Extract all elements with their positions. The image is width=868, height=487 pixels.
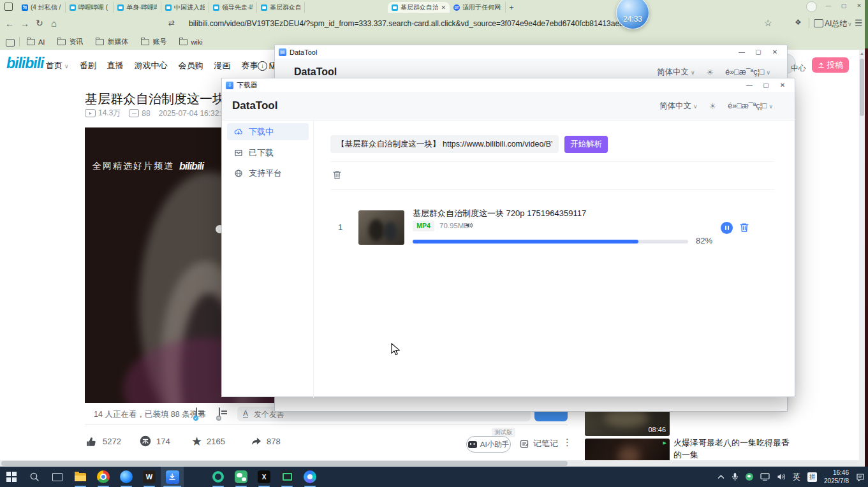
danmaku-toggle-icon[interactable]: ✓ — [196, 407, 197, 419]
bookmark-folder[interactable]: AI — [27, 38, 45, 46]
ime-indicator[interactable]: 拼 — [807, 472, 817, 482]
minimize-icon[interactable]: — — [733, 48, 750, 55]
audio-icon[interactable] — [465, 221, 473, 229]
browser-tab[interactable]: DT 适用于任何网站的快速 — [450, 2, 506, 13]
datatool-taskbar-button[interactable] — [161, 467, 184, 487]
ai-assistant-button[interactable]: AI小助手 — [466, 436, 511, 453]
bookmark-folder[interactable]: 新媒体 — [96, 37, 128, 47]
browser-close-icon[interactable]: ✕ — [852, 3, 866, 9]
nav-partial-center[interactable]: 中心 — [791, 63, 806, 74]
notification-center-icon[interactable] — [856, 473, 865, 481]
nav-item[interactable]: 直播 — [107, 60, 124, 71]
coin-button[interactable]: 174 — [139, 435, 191, 447]
close-icon[interactable]: ✕ — [774, 82, 791, 89]
language-select[interactable]: 简体中文∨ — [657, 67, 695, 78]
related-video-title[interactable]: 火爆泽哥最老八的一集吃得最香的一集 — [673, 437, 793, 462]
nav-item[interactable]: 游戏中心 — [135, 60, 168, 71]
bookmark-folder[interactable]: 资讯 — [57, 37, 83, 47]
colorful-app-button[interactable] — [298, 467, 321, 487]
browser-tab[interactable]: 单身-哔哩哔哩_bilibili — [114, 2, 161, 13]
upload-button[interactable]: 投稿 — [812, 57, 849, 73]
clear-list-trash-icon[interactable] — [332, 170, 342, 180]
browser-tab[interactable]: 基层群众自治制度 — [257, 2, 305, 13]
delete-task-trash-icon[interactable] — [739, 222, 750, 233]
nav-home[interactable]: 首页∨ — [46, 60, 69, 71]
browser-maximize-icon[interactable]: ▢ — [837, 3, 851, 9]
browser-tab[interactable]: 领导先走-哔哩哔哩_b — [209, 2, 257, 13]
new-tab-button[interactable]: + — [506, 2, 517, 13]
language-select[interactable]: 简体中文∨ — [659, 101, 698, 112]
scroll-up-icon[interactable]: ▲ — [860, 51, 864, 55]
ring-app-button[interactable] — [207, 467, 230, 487]
clock[interactable]: 16:46 2025/7/8 — [824, 469, 849, 485]
pause-button[interactable] — [721, 222, 733, 234]
datatool-titlebar[interactable]: ▤ DataTool — ▢ ✕ — [275, 45, 787, 59]
file-explorer-button[interactable] — [69, 467, 92, 487]
theme-sun-icon[interactable]: ☀ — [707, 68, 714, 77]
start-button[interactable] — [0, 467, 23, 487]
display-icon[interactable] — [760, 473, 770, 481]
theme-menu[interactable]: é»□æ¯ªç¦□∨ — [728, 101, 773, 110]
back-icon[interactable]: ← — [5, 18, 14, 29]
reading-list-icon[interactable] — [6, 39, 15, 47]
edge-browser-button[interactable] — [115, 467, 138, 487]
sidebar-item-platforms[interactable]: 支持平台 — [227, 164, 309, 182]
sidebar-item-downloaded[interactable]: 已下载 — [227, 144, 309, 161]
vertical-scrollbar[interactable]: ▲ — [859, 50, 865, 460]
side-panel-icon[interactable] — [814, 19, 823, 27]
sidebar-item-downloading[interactable]: 下载中 — [227, 123, 309, 140]
like-button[interactable]: 5272 — [85, 435, 139, 447]
tab-workspace-icon[interactable] — [4, 3, 13, 11]
theme-sun-icon[interactable]: ☀ — [709, 101, 717, 111]
task-view-button[interactable] — [46, 467, 69, 487]
browser-minimize-icon[interactable]: — — [821, 3, 835, 9]
nav-item[interactable]: 赛事 — [242, 60, 258, 71]
scrollbar-thumb[interactable] — [860, 59, 864, 116]
nav-item[interactable]: 番剧 — [80, 60, 96, 71]
forward-icon[interactable]: → — [20, 18, 29, 29]
bookmark-folder[interactable]: 账号 — [141, 37, 166, 47]
maximize-icon[interactable]: ▢ — [750, 48, 767, 55]
extensions-icon[interactable]: ❖ — [795, 18, 802, 27]
nav-item[interactable]: 漫画 — [214, 60, 231, 71]
input-language-indicator[interactable]: 英 — [793, 472, 800, 483]
home-icon[interactable]: ⌂ — [51, 18, 57, 29]
speaker-icon[interactable] — [777, 473, 786, 481]
horizontal-scrollbar[interactable] — [0, 460, 865, 467]
browser-tab-active[interactable]: 基层群众自治制度 ✕ — [388, 2, 450, 13]
downloader-titlebar[interactable]: ⇩ 下载器 — ▢ ✕ — [222, 78, 795, 92]
capcut-button[interactable]: X — [253, 467, 276, 487]
screen-tool-button[interactable] — [276, 467, 298, 487]
nav-item[interactable]: 会员购 — [179, 60, 203, 71]
scrollbar-thumb[interactable] — [1, 461, 568, 466]
browser-tab[interactable]: 哔哩哔哩 ( ゜- ゜)つロ — [66, 2, 114, 13]
share-button[interactable]: 878 — [249, 435, 281, 447]
wechat-button[interactable] — [230, 467, 253, 487]
favorite-button[interactable]: ★ 2165 — [191, 435, 249, 447]
browser-menu-icon[interactable]: ☰ — [855, 18, 863, 28]
close-icon[interactable]: ✕ — [767, 48, 783, 55]
video-url-input[interactable] — [330, 135, 559, 153]
microphone-icon[interactable] — [732, 472, 739, 481]
site-info-icon[interactable]: ⇄ — [168, 18, 175, 27]
theme-menu[interactable]: é»□æ¯ªç¦□∨ — [725, 68, 770, 76]
ai-summary-button[interactable]: AI总结 — [825, 18, 847, 29]
wps-button[interactable]: W — [138, 467, 161, 487]
take-notes-button[interactable]: 记笔记 — [520, 438, 558, 449]
bookmark-folder[interactable]: wiki — [179, 38, 202, 46]
browser-tab[interactable]: 知 (4 封私信 / 1 条消息) — [18, 2, 66, 13]
browser-tab[interactable]: 中国进入超单身时代_ — [161, 2, 209, 13]
browser-profile-avatar[interactable] — [806, 1, 817, 12]
chrome-button[interactable] — [92, 467, 115, 487]
bookmark-star-icon[interactable]: ☆ — [764, 18, 772, 28]
ai-summary-chevron-icon[interactable]: ∨ — [848, 21, 852, 27]
minimize-icon[interactable]: — — [741, 82, 758, 89]
danmaku-font-icon[interactable]: A — [243, 410, 248, 418]
tray-chevron-icon[interactable] — [717, 474, 725, 479]
maximize-icon[interactable]: ▢ — [758, 82, 774, 89]
bilibili-logo[interactable]: bilibili — [6, 55, 43, 72]
address-bar[interactable]: bilibili.com/video/BV19T3EzDEU4/?spm_id_… — [189, 19, 631, 28]
refresh-icon[interactable]: ↻ — [36, 18, 43, 28]
taskbar-search-button[interactable] — [23, 467, 46, 487]
wechat-tray-icon[interactable] — [746, 473, 753, 481]
